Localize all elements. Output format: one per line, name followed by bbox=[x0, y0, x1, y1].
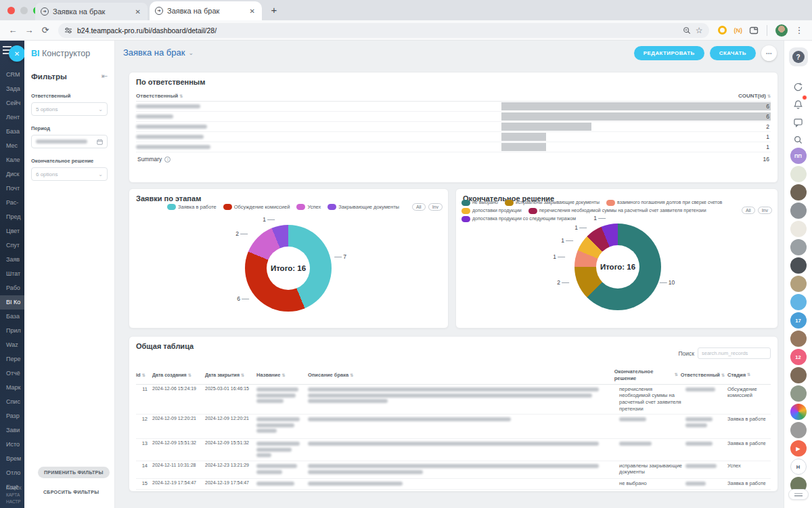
rail-help-button[interactable]: ? bbox=[789, 47, 808, 66]
address-bar[interactable]: b24.teampack-pro.ru/bi/dashboard/detail/… bbox=[58, 23, 709, 38]
table-row[interactable]: 132024-12-09 15:51:322024-12-09 15:51:32… bbox=[136, 439, 771, 461]
back-button[interactable]: ← bbox=[5, 25, 20, 35]
reload-button[interactable]: ⟳ bbox=[38, 25, 53, 35]
sidebar-footer-item[interactable]: поиск bbox=[0, 485, 24, 492]
sidebar-item[interactable]: Спут bbox=[0, 238, 24, 253]
more-options-button[interactable]: ••• bbox=[761, 45, 777, 61]
zoom-out-icon[interactable] bbox=[683, 26, 691, 35]
legend-item[interactable]: Заявка в работе bbox=[167, 204, 217, 210]
sidebar-item[interactable]: Лент bbox=[0, 110, 24, 125]
contact-avatar[interactable]: Н bbox=[790, 459, 807, 475]
legend-all-button[interactable]: All bbox=[412, 203, 426, 211]
tab-close-icon[interactable]: ✕ bbox=[134, 8, 142, 16]
sidebar-item[interactable]: Рас- bbox=[0, 196, 24, 210]
sidebar-item[interactable]: Заяв bbox=[0, 253, 24, 267]
contact-avatar[interactable] bbox=[790, 257, 807, 274]
contact-avatar[interactable] bbox=[790, 239, 807, 255]
contact-avatar[interactable] bbox=[790, 203, 807, 219]
column-header-6[interactable]: Ответственный⇅ bbox=[681, 372, 725, 378]
extension-icon[interactable] bbox=[718, 26, 727, 35]
sidebar-close-button[interactable]: ✕ bbox=[9, 45, 24, 62]
browser-menu-icon[interactable]: ⋮ bbox=[792, 25, 807, 35]
legend-item[interactable]: Обсуждение комиссией bbox=[223, 204, 290, 210]
table-row[interactable]: 112024-12-06 15:24:192025-03-01 16:46:15… bbox=[136, 385, 771, 415]
contact-avatar[interactable] bbox=[790, 385, 807, 402]
legend-item[interactable]: исправлены закрывающие документы bbox=[505, 200, 600, 206]
contact-avatar[interactable] bbox=[790, 184, 807, 200]
browser-tab-2[interactable]: ➜ Заявка на брак ✕ bbox=[150, 1, 262, 20]
legend-all-button[interactable]: All bbox=[742, 207, 755, 214]
apply-filters-button[interactable]: ПРИМЕНИТЬ ФИЛЬТРЫ bbox=[38, 467, 110, 478]
tab-close-icon[interactable]: ✕ bbox=[248, 7, 256, 15]
expand-rail-button[interactable] bbox=[788, 489, 809, 500]
sort-count-header[interactable]: COUNT(id)⇅ bbox=[738, 93, 771, 99]
legend-item[interactable]: не выбрано bbox=[461, 200, 498, 206]
sidebar-item[interactable]: Пред bbox=[0, 210, 24, 224]
rail-sync-button[interactable] bbox=[789, 77, 808, 96]
sidebar-item[interactable]: Waz bbox=[0, 338, 24, 352]
period-filter-input[interactable] bbox=[31, 135, 108, 148]
donut-chart[interactable]: Итого: 16 bbox=[245, 225, 332, 312]
sidebar-item[interactable]: Штат bbox=[0, 267, 24, 281]
contact-avatar[interactable] bbox=[790, 221, 807, 237]
column-header-2[interactable]: Дата закрытия⇅ bbox=[205, 373, 254, 377]
responsible-filter-select[interactable]: 5 options ⌄ bbox=[31, 102, 108, 116]
contact-avatar[interactable]: ▶ bbox=[790, 440, 807, 457]
sidebar-item[interactable]: Сейч bbox=[0, 96, 24, 110]
sidebar-item[interactable]: CRM bbox=[0, 68, 24, 82]
rail-chat-button[interactable] bbox=[789, 112, 808, 131]
table-row[interactable]: 142024-12-11 10:31:282024-12-23 13:21:29… bbox=[136, 461, 771, 479]
minimize-window-button[interactable] bbox=[20, 7, 28, 14]
sidebar-footer-item[interactable]: карта bbox=[0, 492, 24, 499]
sidebar-footer-item[interactable]: настр bbox=[0, 499, 24, 505]
browser-tab-1[interactable]: ➜ Заявка на брак ✕ bbox=[35, 3, 148, 20]
edit-button[interactable]: РЕДАКТИРОВАТЬ bbox=[634, 46, 704, 60]
contact-avatar[interactable] bbox=[790, 331, 807, 347]
sidebar-item[interactable]: Марк bbox=[0, 381, 24, 395]
table-row[interactable]: 122024-12-09 12:20:212024-12-09 12:20:21… bbox=[136, 415, 771, 439]
sidebar-item[interactable]: BI Ко bbox=[0, 295, 24, 310]
tab-search-icon[interactable] bbox=[749, 26, 759, 35]
table-search-input[interactable] bbox=[698, 347, 771, 359]
sidebar-item[interactable]: Прил bbox=[0, 324, 24, 338]
column-header-4[interactable]: Описание брака⇅ bbox=[308, 372, 612, 378]
sidebar-item[interactable]: Зада bbox=[0, 82, 24, 96]
contact-avatar[interactable] bbox=[790, 276, 807, 292]
contact-avatar[interactable] bbox=[790, 422, 807, 438]
site-settings-icon[interactable] bbox=[64, 26, 72, 35]
contact-avatar[interactable]: ПП bbox=[790, 148, 807, 164]
donut-chart[interactable]: Итого: 16 bbox=[574, 224, 661, 310]
table-row[interactable]: 152024-12-19 17:54:472024-12-19 17:54:47… bbox=[136, 479, 771, 490]
sidebar-item[interactable]: Рабо bbox=[0, 281, 24, 295]
forward-button[interactable]: → bbox=[22, 25, 37, 35]
legend-inv-button[interactable]: Inv bbox=[758, 207, 772, 214]
collapse-filters-icon[interactable]: ⇤ bbox=[102, 72, 108, 81]
dashboard-title[interactable]: Заявка на брак ⌄ bbox=[123, 47, 194, 58]
resolution-filter-select[interactable]: 6 options ⌄ bbox=[31, 167, 108, 181]
new-tab-button[interactable]: + bbox=[266, 2, 282, 18]
rail-bell-button[interactable] bbox=[789, 95, 808, 114]
sidebar-item[interactable]: Мес bbox=[0, 139, 24, 153]
column-header-0[interactable]: id⇅ bbox=[136, 372, 150, 378]
legend-item[interactable]: допоставка продукции со следующим тиражо… bbox=[461, 216, 576, 222]
sort-responsible-header[interactable]: Ответственный⇅ bbox=[136, 93, 183, 99]
contact-avatar[interactable]: 12 bbox=[790, 349, 807, 365]
sidebar-item[interactable]: Кале bbox=[0, 153, 24, 167]
contact-avatar[interactable]: 17 bbox=[790, 312, 807, 329]
column-header-7[interactable]: Стадия⇅ bbox=[727, 372, 771, 379]
url-text[interactable]: b24.teampack-pro.ru/bi/dashboard/detail/… bbox=[77, 26, 678, 35]
close-window-button[interactable] bbox=[7, 7, 15, 14]
download-button[interactable]: СКАЧАТЬ bbox=[710, 46, 756, 60]
legend-inv-button[interactable]: Inv bbox=[428, 203, 443, 211]
legend-item[interactable]: допоставки продукции bbox=[461, 208, 522, 214]
sidebar-item[interactable]: Диск bbox=[0, 167, 24, 182]
profile-avatar[interactable] bbox=[775, 24, 788, 37]
contact-avatar[interactable] bbox=[790, 367, 807, 383]
sidebar-item[interactable]: Отло bbox=[0, 466, 24, 480]
legend-item[interactable]: Закрывающие документы bbox=[328, 204, 399, 210]
contact-avatar[interactable] bbox=[790, 166, 807, 182]
contact-avatar[interactable] bbox=[790, 294, 807, 310]
sidebar-item[interactable]: Пере bbox=[0, 352, 24, 366]
legend-item[interactable]: Успех bbox=[296, 204, 321, 210]
column-header-3[interactable]: Название⇅ bbox=[256, 372, 305, 378]
